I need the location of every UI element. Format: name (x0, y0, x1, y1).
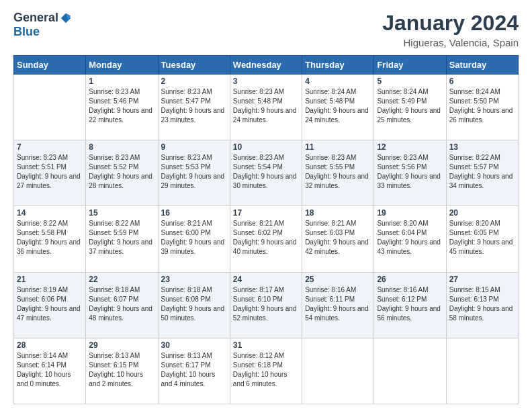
header-tuesday: Tuesday (158, 56, 230, 75)
table-row: 14 Sunrise: 8:22 AMSunset: 5:58 PMDaylig… (14, 206, 86, 272)
header: General Blue January 2024 Higueras, Vale… (13, 11, 519, 48)
day-info: Sunrise: 8:21 AMSunset: 6:03 PMDaylight:… (305, 220, 369, 255)
table-row: 5 Sunrise: 8:24 AMSunset: 5:49 PMDayligh… (374, 75, 446, 140)
day-number: 7 (17, 142, 83, 152)
day-info: Sunrise: 8:23 AMSunset: 5:47 PMDaylight:… (161, 88, 225, 124)
day-number: 18 (305, 208, 371, 218)
table-row: 3 Sunrise: 8:23 AMSunset: 5:48 PMDayligh… (230, 75, 302, 140)
title-area: January 2024 Higueras, Valencia, Spain (382, 11, 519, 48)
day-number: 9 (161, 142, 227, 152)
table-row: 28 Sunrise: 8:14 AMSunset: 6:14 PMDaylig… (14, 338, 86, 404)
day-number: 30 (161, 340, 227, 350)
table-row (14, 75, 86, 140)
day-number: 25 (305, 275, 371, 284)
header-sunday: Sunday (14, 56, 86, 75)
day-number: 5 (377, 77, 443, 86)
day-info: Sunrise: 8:12 AMSunset: 6:18 PMDaylight:… (233, 352, 287, 387)
day-number: 23 (161, 275, 227, 284)
day-number: 3 (233, 77, 299, 86)
table-row: 12 Sunrise: 8:23 AMSunset: 5:56 PMDaylig… (374, 140, 446, 206)
calendar-header-row: Sunday Monday Tuesday Wednesday Thursday… (14, 56, 519, 75)
day-number: 11 (305, 142, 371, 152)
logo: General Blue (13, 11, 72, 39)
header-wednesday: Wednesday (230, 56, 302, 75)
table-row (302, 338, 374, 404)
day-number: 14 (17, 208, 83, 218)
day-info: Sunrise: 8:22 AMSunset: 5:59 PMDaylight:… (89, 220, 152, 255)
table-row: 13 Sunrise: 8:22 AMSunset: 5:57 PMDaylig… (446, 140, 518, 206)
table-row: 21 Sunrise: 8:19 AMSunset: 6:06 PMDaylig… (14, 272, 86, 338)
day-info: Sunrise: 8:24 AMSunset: 5:49 PMDaylight:… (377, 88, 441, 124)
table-row: 30 Sunrise: 8:13 AMSunset: 6:17 PMDaylig… (158, 338, 230, 404)
day-info: Sunrise: 8:20 AMSunset: 6:04 PMDaylight:… (377, 220, 441, 255)
table-row: 7 Sunrise: 8:23 AMSunset: 5:51 PMDayligh… (14, 140, 86, 206)
day-info: Sunrise: 8:23 AMSunset: 5:56 PMDaylight:… (377, 154, 441, 189)
day-info: Sunrise: 8:15 AMSunset: 6:13 PMDaylight:… (449, 286, 513, 322)
day-number: 16 (161, 208, 227, 218)
day-number: 10 (233, 142, 299, 152)
table-row: 17 Sunrise: 8:21 AMSunset: 6:02 PMDaylig… (230, 206, 302, 272)
day-number: 31 (233, 340, 299, 350)
header-monday: Monday (86, 56, 158, 75)
day-number: 1 (89, 77, 154, 86)
table-row: 27 Sunrise: 8:15 AMSunset: 6:13 PMDaylig… (446, 272, 518, 338)
day-number: 29 (89, 340, 154, 350)
logo-blue: Blue (13, 25, 40, 39)
calendar-week-row: 28 Sunrise: 8:14 AMSunset: 6:14 PMDaylig… (14, 338, 519, 404)
table-row: 16 Sunrise: 8:21 AMSunset: 6:00 PMDaylig… (158, 206, 230, 272)
day-info: Sunrise: 8:23 AMSunset: 5:46 PMDaylight:… (89, 88, 152, 124)
table-row: 26 Sunrise: 8:16 AMSunset: 6:12 PMDaylig… (374, 272, 446, 338)
day-info: Sunrise: 8:20 AMSunset: 6:05 PMDaylight:… (449, 220, 513, 255)
day-number: 12 (377, 142, 443, 152)
table-row: 2 Sunrise: 8:23 AMSunset: 5:47 PMDayligh… (158, 75, 230, 140)
day-info: Sunrise: 8:23 AMSunset: 5:54 PMDaylight:… (233, 154, 297, 189)
day-info: Sunrise: 8:23 AMSunset: 5:55 PMDaylight:… (305, 154, 369, 189)
day-number: 27 (449, 275, 515, 284)
table-row: 25 Sunrise: 8:16 AMSunset: 6:11 PMDaylig… (302, 272, 374, 338)
day-number: 2 (161, 77, 227, 86)
day-number: 4 (305, 77, 371, 86)
table-row: 23 Sunrise: 8:18 AMSunset: 6:08 PMDaylig… (158, 272, 230, 338)
logo-icon (60, 12, 72, 24)
calendar: Sunday Monday Tuesday Wednesday Thursday… (13, 55, 519, 404)
logo-general: General (13, 11, 58, 25)
table-row (374, 338, 446, 404)
calendar-week-row: 21 Sunrise: 8:19 AMSunset: 6:06 PMDaylig… (14, 272, 519, 338)
day-info: Sunrise: 8:13 AMSunset: 6:17 PMDaylight:… (161, 352, 216, 387)
calendar-week-row: 7 Sunrise: 8:23 AMSunset: 5:51 PMDayligh… (14, 140, 519, 206)
table-row: 11 Sunrise: 8:23 AMSunset: 5:55 PMDaylig… (302, 140, 374, 206)
table-row: 4 Sunrise: 8:24 AMSunset: 5:48 PMDayligh… (302, 75, 374, 140)
header-thursday: Thursday (302, 56, 374, 75)
day-number: 28 (17, 340, 83, 350)
table-row: 1 Sunrise: 8:23 AMSunset: 5:46 PMDayligh… (86, 75, 158, 140)
table-row: 31 Sunrise: 8:12 AMSunset: 6:18 PMDaylig… (230, 338, 302, 404)
table-row: 19 Sunrise: 8:20 AMSunset: 6:04 PMDaylig… (374, 206, 446, 272)
day-info: Sunrise: 8:18 AMSunset: 6:08 PMDaylight:… (161, 286, 225, 322)
day-number: 15 (89, 208, 154, 218)
day-info: Sunrise: 8:14 AMSunset: 6:14 PMDaylight:… (17, 352, 71, 387)
day-info: Sunrise: 8:21 AMSunset: 6:02 PMDaylight:… (233, 220, 297, 255)
day-number: 8 (89, 142, 154, 152)
table-row: 9 Sunrise: 8:23 AMSunset: 5:53 PMDayligh… (158, 140, 230, 206)
day-info: Sunrise: 8:19 AMSunset: 6:06 PMDaylight:… (17, 286, 81, 322)
day-number: 22 (89, 275, 154, 284)
day-number: 13 (449, 142, 515, 152)
calendar-week-row: 14 Sunrise: 8:22 AMSunset: 5:58 PMDaylig… (14, 206, 519, 272)
table-row: 8 Sunrise: 8:23 AMSunset: 5:52 PMDayligh… (86, 140, 158, 206)
day-info: Sunrise: 8:24 AMSunset: 5:48 PMDaylight:… (305, 88, 369, 124)
day-info: Sunrise: 8:23 AMSunset: 5:53 PMDaylight:… (161, 154, 225, 189)
day-number: 24 (233, 275, 299, 284)
day-info: Sunrise: 8:24 AMSunset: 5:50 PMDaylight:… (449, 88, 513, 124)
day-number: 17 (233, 208, 299, 218)
page: General Blue January 2024 Higueras, Vale… (0, 0, 532, 411)
day-info: Sunrise: 8:18 AMSunset: 6:07 PMDaylight:… (89, 286, 152, 322)
table-row: 18 Sunrise: 8:21 AMSunset: 6:03 PMDaylig… (302, 206, 374, 272)
table-row: 29 Sunrise: 8:13 AMSunset: 6:15 PMDaylig… (86, 338, 158, 404)
day-info: Sunrise: 8:17 AMSunset: 6:10 PMDaylight:… (233, 286, 297, 322)
day-info: Sunrise: 8:13 AMSunset: 6:15 PMDaylight:… (89, 352, 143, 387)
day-number: 21 (17, 275, 83, 284)
subtitle: Higueras, Valencia, Spain (382, 37, 519, 48)
day-info: Sunrise: 8:16 AMSunset: 6:11 PMDaylight:… (305, 286, 369, 322)
calendar-week-row: 1 Sunrise: 8:23 AMSunset: 5:46 PMDayligh… (14, 75, 519, 140)
table-row: 24 Sunrise: 8:17 AMSunset: 6:10 PMDaylig… (230, 272, 302, 338)
